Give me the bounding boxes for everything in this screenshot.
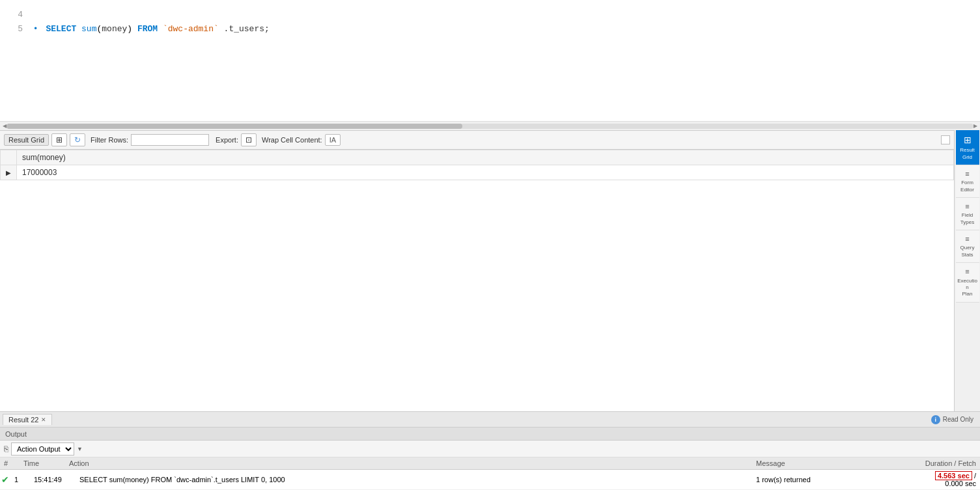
sidebar-btn-execution-plan-label: ExecutionPlan — [957, 278, 978, 298]
refresh-button[interactable]: ↻ — [70, 133, 85, 146]
result-tab-22[interactable]: Result 22 ✕ — [3, 414, 52, 425]
output-col-time: 15:41:49 — [30, 475, 76, 484]
main-container: 4 5 • SELECT sum(money) FROM `dwc-admin`… — [0, 0, 980, 490]
editor-area: 4 5 • SELECT sum(money) FROM `dwc-admin`… — [0, 0, 980, 130]
bottom-area: Result 22 ✕ i Read Only Output ⎘ Action … — [0, 411, 980, 490]
output-col-action: SELECT sum(money) FROM `dwc-admin`.t_use… — [76, 475, 752, 484]
status-ok-icon: ✔ — [0, 474, 10, 485]
filter-rows-input[interactable] — [131, 134, 209, 146]
col-header-hash: # — [0, 459, 20, 468]
result-grid-button[interactable]: Result Grid — [4, 134, 49, 146]
query-stats-icon: ≡ — [957, 234, 978, 243]
sidebar-btn-result-grid[interactable]: ⊞ ResultGrid — [956, 130, 979, 165]
result-tab-label: Result 22 — [8, 416, 38, 424]
field-types-icon: ≡ — [957, 202, 978, 211]
export-button[interactable]: ⊡ — [241, 133, 257, 146]
sidebar-btn-form-editor[interactable]: ≡ FormEditor — [956, 165, 979, 198]
column-header-sum-money: sum(money) — [17, 150, 954, 165]
output-toolbar: ⎘ Action Output ▼ — [0, 441, 980, 457]
result-grid-area: sum(money) ▶ 17000003 — [0, 150, 954, 411]
editor-line-4: 4 — [7, 8, 973, 22]
col-header-action: Action — [65, 459, 752, 468]
table-row[interactable]: ▶ 17000003 — [1, 165, 954, 180]
horizontal-scrollbar[interactable]: ◀ ▶ — [0, 121, 980, 130]
output-col-num: 1 — [10, 475, 30, 484]
col-header-duration: Duration / Fetch — [915, 459, 980, 468]
grid-icon: ⊞ — [56, 135, 63, 144]
col-header-time: Time — [20, 459, 65, 468]
scrollbar-thumb — [7, 124, 462, 129]
content-with-sidebar: Result Grid ⊞ ↻ Filter Rows: Export: ⊡ W… — [0, 130, 980, 411]
scrollbar-track — [7, 124, 973, 129]
line-bullet: • — [33, 24, 38, 34]
read-only-badge: i Read Only — [931, 415, 977, 424]
result-grid-label: Result Grid — [8, 136, 44, 144]
output-section-header: Output — [0, 428, 980, 441]
scroll-right-arrow[interactable]: ▶ — [971, 121, 980, 130]
row-marker-header — [1, 150, 17, 165]
info-icon: i — [931, 415, 940, 424]
refresh-icon: ↻ — [74, 135, 81, 144]
sidebar-btn-field-types-label: FieldTypes — [957, 212, 978, 226]
row-marker-cell: ▶ — [1, 165, 17, 180]
result-table: sum(money) ▶ 17000003 — [0, 150, 954, 180]
copy-icon: ⎘ — [4, 444, 8, 454]
grid-options-button[interactable]: ⊞ — [51, 133, 67, 146]
maximize-checkbox[interactable] — [941, 135, 950, 144]
right-sidebar: ⊞ ResultGrid ≡ FormEditor ≡ FieldTypes ≡… — [954, 130, 980, 411]
filter-rows-label: Filter Rows: — [91, 136, 128, 144]
form-editor-icon: ≡ — [957, 169, 978, 178]
cell-sum-money: 17000003 — [17, 165, 954, 180]
row-arrow-icon: ▶ — [6, 169, 11, 176]
sidebar-btn-query-stats[interactable]: ≡ QueryStats — [956, 230, 979, 263]
sidebar-btn-result-grid-label: ResultGrid — [957, 147, 978, 161]
output-row: ✔ 1 15:41:49 SELECT sum(money) FROM `dwc… — [0, 470, 980, 490]
duration-value: 4.563 sec — [935, 471, 972, 480]
fetch-value: 0.000 sec — [945, 480, 976, 487]
output-col-duration: 4.563 sec / 0.000 sec — [915, 471, 980, 488]
editor-line-5: 5 • SELECT sum(money) FROM `dwc-admin` .… — [7, 22, 973, 36]
dropdown-arrow-icon: ▼ — [77, 446, 83, 452]
read-only-label: Read Only — [943, 416, 973, 423]
output-table-header: # Time Action Message Duration / Fetch — [0, 457, 980, 470]
output-label: Output — [5, 430, 27, 438]
wrap-icon: IA — [329, 136, 336, 144]
grid-wrapper: sum(money) ▶ 17000003 — [0, 150, 954, 180]
sidebar-btn-field-types[interactable]: ≡ FieldTypes — [956, 198, 979, 230]
action-output-select[interactable]: Action Output — [11, 442, 74, 456]
fetch-separator: / — [974, 472, 976, 480]
table-header-row: sum(money) — [1, 150, 954, 165]
col-header-message: Message — [752, 459, 915, 468]
execution-plan-icon: ≡ — [957, 267, 978, 276]
wrap-cell-label: Wrap Cell Content: — [262, 136, 322, 144]
result-toolbar: Result Grid ⊞ ↻ Filter Rows: Export: ⊡ W… — [0, 130, 954, 150]
result-grid-icon: ⊞ — [957, 134, 978, 146]
sidebar-btn-form-editor-label: FormEditor — [957, 180, 978, 193]
output-col-message: 1 row(s) returned — [752, 475, 915, 484]
editor-content: 4 5 • SELECT sum(money) FROM `dwc-admin`… — [0, 5, 980, 39]
result-tabs-bar: Result 22 ✕ i Read Only — [0, 412, 980, 428]
wrap-icon-button[interactable]: IA — [325, 134, 341, 146]
sidebar-btn-execution-plan[interactable]: ≡ ExecutionPlan — [956, 263, 979, 302]
export-label: Export: — [216, 136, 238, 144]
result-main: Result Grid ⊞ ↻ Filter Rows: Export: ⊡ W… — [0, 130, 954, 411]
result-tab-close[interactable]: ✕ — [41, 416, 46, 423]
sidebar-btn-query-stats-label: QueryStats — [957, 245, 978, 258]
export-icon: ⊡ — [245, 135, 252, 144]
